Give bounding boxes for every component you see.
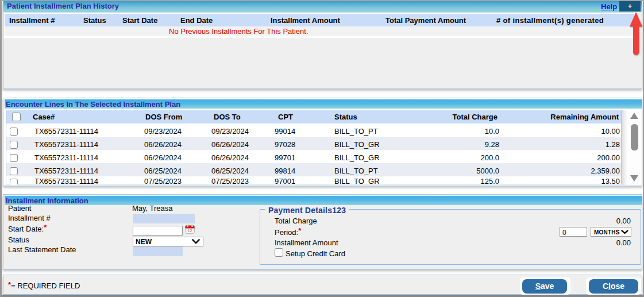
svg-text:12: 12	[188, 229, 192, 233]
